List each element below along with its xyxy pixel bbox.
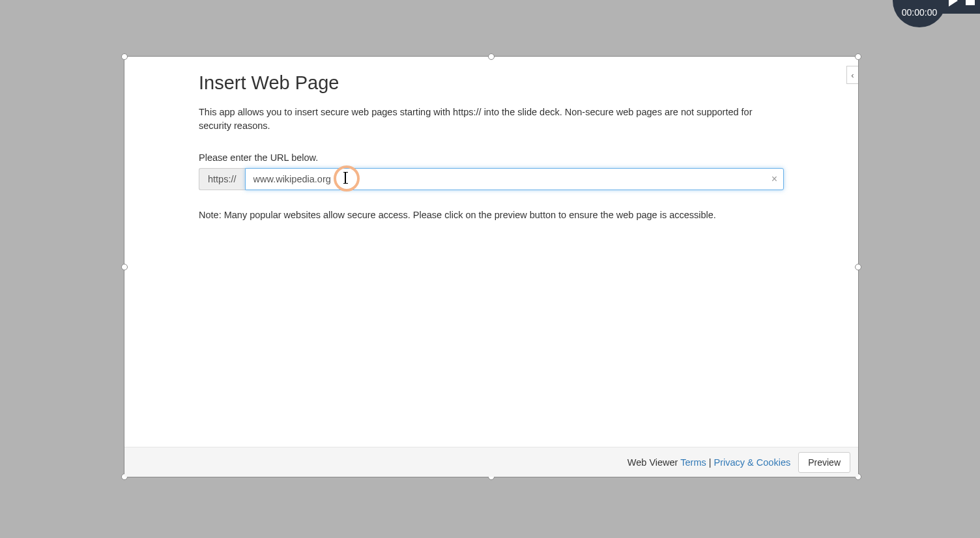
footer-text: Web Viewer Terms | Privacy & Cookies bbox=[627, 457, 790, 468]
footer-separator: | bbox=[706, 457, 714, 468]
dialog-description: This app allows you to insert secure web… bbox=[199, 106, 784, 133]
terms-link[interactable]: Terms bbox=[680, 457, 706, 468]
stop-icon[interactable] bbox=[966, 0, 975, 5]
url-input-wrapper: × bbox=[245, 168, 784, 190]
url-input[interactable] bbox=[245, 168, 784, 190]
footer-app-name: Web Viewer bbox=[627, 457, 680, 468]
slide-object-frame[interactable]: ‹ Insert Web Page This app allows you to… bbox=[124, 56, 859, 477]
url-input-group: https:// × bbox=[199, 168, 784, 190]
timer-controls bbox=[941, 0, 980, 14]
protocol-prefix: https:// bbox=[199, 168, 245, 190]
dialog-note: Note: Many popular websites allow secure… bbox=[199, 210, 784, 220]
url-prompt-label: Please enter the URL below. bbox=[199, 152, 784, 163]
play-icon[interactable] bbox=[949, 0, 958, 7]
timer-elapsed: 00:00:00 bbox=[902, 7, 938, 18]
recording-timer-widget: 00:00:00 bbox=[893, 0, 980, 27]
preview-button[interactable]: Preview bbox=[798, 452, 850, 473]
privacy-link[interactable]: Privacy & Cookies bbox=[714, 457, 791, 468]
dialog-footer: Web Viewer Terms | Privacy & Cookies Pre… bbox=[124, 447, 858, 477]
dialog-title: Insert Web Page bbox=[199, 72, 784, 94]
clear-input-icon[interactable]: × bbox=[771, 174, 777, 184]
timer-display: 00:00:00 bbox=[893, 0, 946, 27]
dialog-content: Insert Web Page This app allows you to i… bbox=[124, 57, 858, 447]
